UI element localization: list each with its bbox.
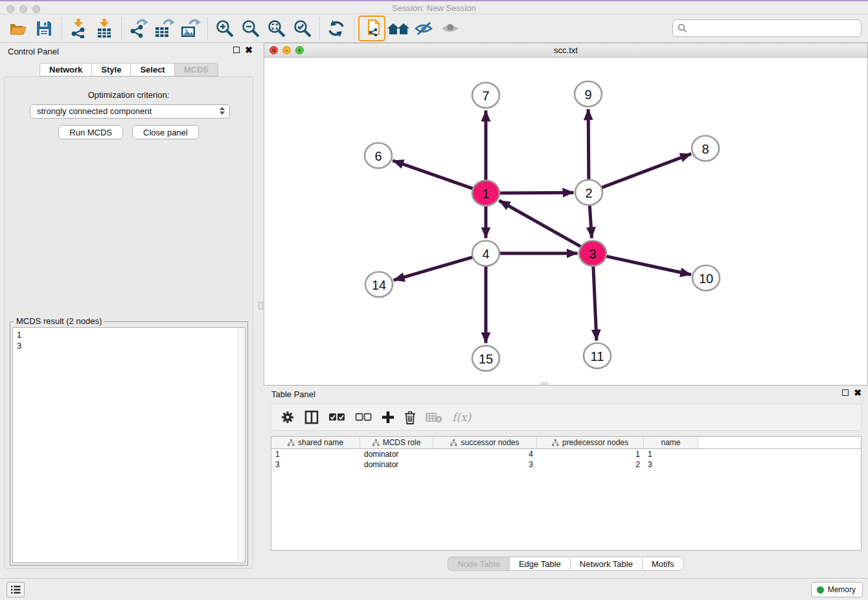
close-panel-icon[interactable]: ✖ (245, 47, 253, 53)
splitter-handle-horizontal[interactable] (541, 382, 547, 385)
tab-network[interactable]: Network (40, 63, 91, 76)
select-all-button[interactable] (328, 408, 345, 427)
zoom-fit-icon (267, 19, 286, 38)
add-column-button[interactable] (382, 408, 394, 427)
graph-edge-1-2[interactable] (498, 192, 573, 193)
graph-node-9[interactable]: 9 (575, 82, 602, 107)
tab-select[interactable]: Select (130, 63, 174, 76)
zoom-selected-button[interactable] (290, 16, 315, 41)
show-panel-button[interactable] (437, 16, 463, 41)
zoom-in-button[interactable] (212, 16, 238, 41)
table-cell[interactable]: dominator (360, 449, 433, 459)
graph-node-10[interactable]: 10 (692, 266, 720, 291)
memory-button[interactable]: Memory (811, 582, 863, 597)
zoom-fit-button[interactable] (264, 16, 290, 41)
graph-node-label: 8 (702, 142, 709, 156)
open-session-button[interactable] (5, 16, 31, 41)
graph-node-2[interactable]: 2 (575, 180, 602, 205)
result-scrollbar[interactable] (238, 328, 245, 562)
graph-edge-3-11[interactable] (593, 266, 597, 340)
network-window-title: scc.txt (264, 45, 867, 55)
table-cell[interactable]: 4 (433, 449, 537, 459)
column-header-successor-nodes[interactable]: successor nodes (433, 437, 537, 448)
table-tab-node-table[interactable]: Node Table (448, 557, 509, 571)
table-tab-network-table[interactable]: Network Table (570, 557, 642, 571)
delete-column-button[interactable] (404, 408, 416, 427)
table-close-panel-icon[interactable]: ✖ (854, 389, 862, 396)
export-network-button[interactable] (126, 16, 152, 41)
graph-edge-3-1[interactable] (499, 201, 582, 248)
table-float-panel-icon[interactable] (842, 389, 849, 396)
column-header-name[interactable]: name (644, 437, 698, 448)
show-panel-icon (439, 20, 461, 37)
close-panel-button[interactable]: Close panel (132, 125, 199, 139)
graph-node-1[interactable]: 1 (472, 181, 499, 206)
graph-node-label: 2 (585, 186, 592, 200)
column-header-shared-name[interactable]: shared name (271, 437, 360, 448)
column-header-predecessor-nodes[interactable]: predecessor nodes (537, 437, 644, 448)
delete-table-button[interactable] (426, 408, 442, 427)
graph-edge-2-9[interactable] (588, 109, 589, 179)
graph-node-14[interactable]: 14 (365, 272, 393, 297)
graph-node-11[interactable]: 11 (584, 343, 611, 369)
column-header-MCDS-role[interactable]: MCDS role (360, 437, 433, 448)
table-cell[interactable]: 3 (644, 459, 698, 470)
run-mcds-button[interactable]: Run MCDS (58, 125, 123, 139)
export-image-button[interactable] (177, 16, 203, 41)
clone-network-button[interactable] (358, 16, 385, 41)
deselect-all-icon (355, 413, 372, 422)
table-row[interactable]: 1dominator411 (271, 449, 861, 459)
task-history-button[interactable] (6, 582, 25, 597)
search-input[interactable] (672, 19, 862, 37)
tab-mcds[interactable]: MCDS (174, 63, 218, 76)
zoom-selected-icon (293, 19, 312, 38)
graph-node-15[interactable]: 15 (472, 346, 499, 371)
graph-node-3[interactable]: 3 (579, 241, 606, 266)
table-cell[interactable]: 1 (271, 449, 360, 459)
graph-node-6[interactable]: 6 (365, 143, 392, 168)
refresh-button[interactable] (324, 16, 350, 41)
cyndex-button[interactable] (385, 16, 411, 41)
graph-node-label: 9 (584, 87, 591, 102)
function-builder-button[interactable]: f(x) (452, 408, 471, 427)
optimization-criterion-select[interactable]: strongly connected component (30, 104, 230, 119)
table-tab-edge-table[interactable]: Edge Table (509, 557, 570, 571)
table-settings-button[interactable] (280, 408, 295, 427)
table-row[interactable]: 3dominator323 (271, 459, 861, 470)
graph-edge-4-14[interactable] (394, 257, 474, 280)
import-network-icon (69, 19, 87, 38)
graph-node-7[interactable]: 7 (472, 83, 499, 108)
graph-edge-3-10[interactable] (605, 256, 691, 275)
import-table-button[interactable] (91, 16, 117, 41)
table-cell[interactable]: 1 (537, 449, 644, 459)
deselect-all-button[interactable] (355, 408, 372, 427)
control-panel-tabs: NetworkStyleSelectMCDS (0, 63, 258, 76)
network-window-titlebar[interactable]: ✕ − + scc.txt (264, 43, 867, 58)
result-line: 1 (17, 329, 241, 340)
graph-edge-2-8[interactable] (600, 154, 691, 188)
graph-node-4[interactable]: 4 (472, 241, 499, 266)
export-table-button[interactable] (152, 16, 177, 41)
tab-style[interactable]: Style (91, 63, 130, 76)
splitter-handle-vertical[interactable] (258, 302, 263, 310)
show-columns-button[interactable] (304, 408, 319, 427)
import-network-button[interactable] (65, 16, 91, 41)
save-session-button[interactable] (31, 16, 57, 41)
table-cell[interactable]: dominator (360, 459, 433, 470)
table-cell[interactable]: 2 (537, 459, 644, 470)
graph-node-label: 1 (482, 187, 489, 201)
table-cell[interactable]: 3 (271, 459, 360, 470)
zoom-out-button[interactable] (238, 16, 264, 41)
function-builder-icon: f(x) (452, 411, 471, 424)
table-cell[interactable]: 3 (433, 459, 537, 470)
graph-edge-2-3[interactable] (589, 205, 591, 238)
table-cell[interactable]: 1 (644, 449, 698, 459)
graph-edge-1-6[interactable] (393, 161, 474, 189)
table-tab-motifs[interactable]: Motifs (642, 557, 684, 571)
float-panel-icon[interactable] (233, 47, 240, 53)
network-canvas[interactable]: 1234678910111415 (264, 58, 867, 385)
table-panel: Table Panel ✖ (264, 386, 868, 574)
mcds-result-area[interactable]: 13 (12, 327, 246, 563)
hide-panel-button[interactable] (411, 16, 437, 41)
graph-node-8[interactable]: 8 (692, 136, 719, 161)
